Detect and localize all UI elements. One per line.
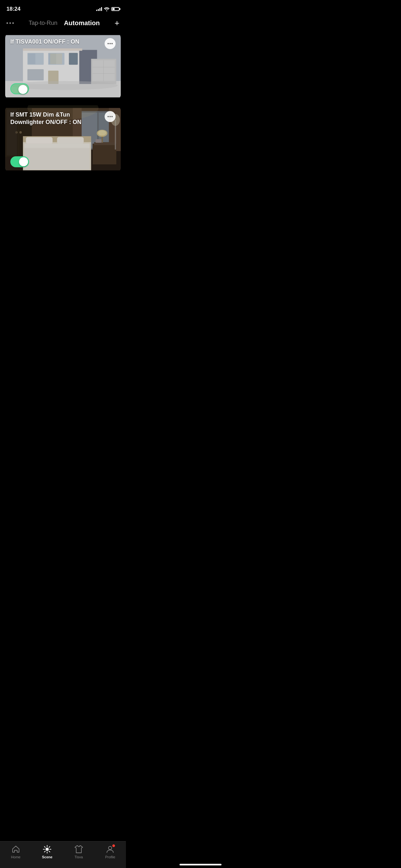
signal-icon — [96, 7, 102, 11]
header-tabs: Tap-to-Run Automation — [29, 20, 100, 27]
card2-title: If SMT 15W Dim &Tun Downlighter ON/OFF :… — [10, 111, 89, 126]
svg-point-0 — [106, 10, 107, 11]
card2-more-button[interactable] — [104, 111, 116, 122]
card1-more-button[interactable] — [104, 38, 116, 49]
header: Tap-to-Run Automation + — [0, 16, 126, 32]
card2-toggle[interactable] — [10, 156, 29, 167]
automation-card-1[interactable]: If TISVA001 ON/OFF : ON — [5, 32, 121, 100]
status-icons — [96, 7, 120, 11]
card1-title: If TISVA001 ON/OFF : ON — [10, 38, 80, 45]
wifi-icon — [104, 7, 110, 11]
menu-button[interactable] — [6, 22, 14, 24]
status-time: 18:24 — [6, 6, 20, 12]
card2-content: If SMT 15W Dim &Tun Downlighter ON/OFF :… — [5, 105, 121, 173]
automation-tab[interactable]: Automation — [64, 20, 100, 27]
status-bar: 18:24 — [0, 0, 126, 16]
automation-card-2[interactable]: If SMT 15W Dim &Tun Downlighter ON/OFF :… — [5, 105, 121, 173]
add-button[interactable]: + — [115, 19, 120, 27]
tap-to-run-tab[interactable]: Tap-to-Run — [29, 20, 58, 27]
cards-container: If TISVA001 ON/OFF : ON — [0, 32, 126, 173]
card1-toggle[interactable] — [10, 83, 29, 94]
battery-icon — [112, 7, 120, 11]
card1-content: If TISVA001 ON/OFF : ON — [5, 32, 121, 100]
